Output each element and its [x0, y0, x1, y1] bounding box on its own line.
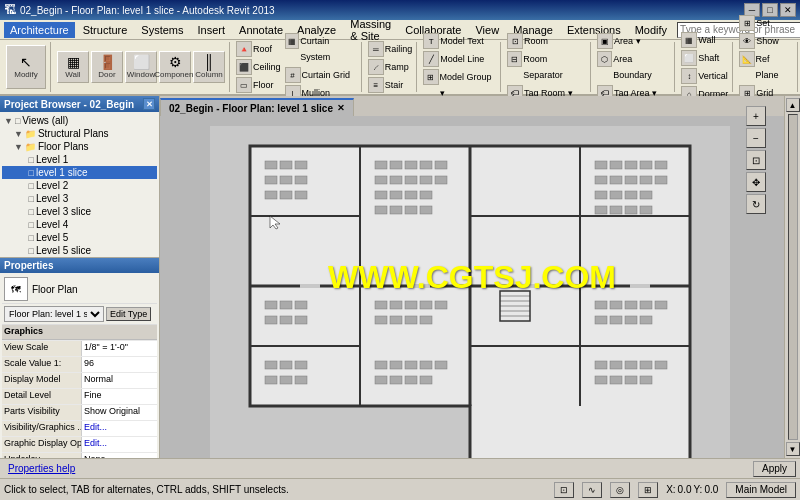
view-tab-active[interactable]: 02_Begin - Floor Plan: level 1 slice ✕: [160, 98, 354, 116]
room-separator-button[interactable]: ⊟: [507, 51, 522, 67]
tree-level5[interactable]: □ Level 5: [2, 231, 157, 244]
wall-button[interactable]: ▦Wall: [57, 51, 89, 83]
model-group-button[interactable]: ⊞: [423, 69, 438, 85]
ramp-button[interactable]: ⟋: [368, 59, 384, 75]
expand-icon[interactable]: [24, 181, 27, 191]
svg-rect-43: [405, 206, 417, 214]
prop-detail-level-value[interactable]: Fine: [82, 389, 157, 404]
prop-type-icon: 🗺: [4, 277, 28, 301]
tree-floor-plans[interactable]: ▼ 📁 Floor Plans: [2, 140, 157, 153]
prop-parts-vis-value[interactable]: Show Original: [82, 405, 157, 420]
area-button[interactable]: ▣: [597, 33, 613, 49]
tree-level3-slice[interactable]: □ Level 3 slice: [2, 205, 157, 218]
expand-icon[interactable]: ▼: [4, 116, 13, 126]
expand-icon[interactable]: [24, 194, 27, 204]
browser-close-button[interactable]: ✕: [143, 98, 155, 110]
model-text-button[interactable]: T: [423, 33, 439, 49]
properties-help-link[interactable]: Properties help: [8, 463, 75, 474]
toolbar-roof-row: 🔺Roof ⬛Ceiling ▭Floor ▦Curtain System #C…: [236, 33, 357, 101]
right-scrollbar[interactable]: ▲ ▼: [784, 96, 800, 458]
area-boundary-button[interactable]: ⬡: [597, 51, 612, 67]
svg-rect-27: [375, 161, 387, 169]
status-icon-3[interactable]: ◎: [610, 482, 630, 498]
expand-icon[interactable]: [24, 220, 27, 230]
prop-display-model-value[interactable]: Normal: [82, 373, 157, 388]
model-line-button[interactable]: ╱: [423, 51, 439, 67]
menu-systems[interactable]: Systems: [135, 22, 189, 38]
stair-button[interactable]: ≡: [368, 77, 384, 93]
prop-underlay-value[interactable]: None: [82, 453, 157, 458]
curtain-grid-button[interactable]: #: [285, 67, 301, 83]
menu-architecture[interactable]: Architecture: [4, 22, 75, 38]
zoom-fit-button[interactable]: ⊡: [746, 150, 766, 170]
expand-icon[interactable]: [24, 155, 27, 165]
prop-visibility-graphics: Visibility/Graphics ... Edit...: [2, 421, 157, 437]
svg-rect-17: [630, 284, 650, 288]
area-boundary-label: Area Boundary: [613, 51, 670, 83]
svg-rect-96: [640, 301, 652, 309]
project-browser-content[interactable]: ▼ □ Views (all) ▼ 📁 Structural Plans ▼ 📁…: [0, 112, 159, 258]
prop-vis-graph-value[interactable]: Edit...: [82, 421, 157, 436]
scroll-up-button[interactable]: ▲: [786, 98, 800, 112]
railing-button[interactable]: ═: [368, 41, 384, 57]
model-text-row: TModel Text: [423, 33, 496, 49]
roof-label: Roof: [253, 41, 272, 57]
tab-close-button[interactable]: ✕: [337, 103, 345, 113]
expand-icon[interactable]: [24, 233, 27, 243]
room-button[interactable]: ⊡: [507, 33, 523, 49]
apply-button[interactable]: Apply: [753, 461, 796, 477]
tree-level2[interactable]: □ Level 2: [2, 179, 157, 192]
tree-level1-slice[interactable]: □ level 1 slice: [2, 166, 157, 179]
expand-icon[interactable]: [24, 207, 27, 217]
expand-icon[interactable]: [24, 168, 27, 178]
prop-scale-value-value[interactable]: 96: [82, 357, 157, 372]
status-icon-1[interactable]: ⊡: [554, 482, 574, 498]
view-icon: □: [29, 246, 34, 256]
component-button[interactable]: ⚙Component: [159, 51, 191, 83]
svg-rect-83: [420, 316, 432, 324]
modify-button[interactable]: ↖ Modify: [6, 45, 46, 89]
prop-graph-disp-value[interactable]: Edit...: [82, 437, 157, 452]
tree-level1[interactable]: □ Level 1: [2, 153, 157, 166]
tree-views-all[interactable]: ▼ □ Views (all): [2, 114, 157, 127]
scroll-down-button[interactable]: ▼: [786, 442, 800, 456]
pan-button[interactable]: ✥: [746, 172, 766, 192]
set-label: Set: [756, 15, 770, 31]
ref-plane-button[interactable]: 📐: [739, 51, 754, 67]
roof-button[interactable]: 🔺: [236, 41, 252, 57]
zoom-out-button[interactable]: −: [746, 128, 766, 148]
column-button[interactable]: ║Column: [193, 51, 225, 83]
status-icon-2[interactable]: ∿: [582, 482, 602, 498]
tree-structural-plans[interactable]: ▼ 📁 Structural Plans: [2, 127, 157, 140]
wall-tool-button[interactable]: ▦: [681, 32, 697, 48]
expand-icon[interactable]: ▼: [14, 129, 23, 139]
orbit-button[interactable]: ↻: [746, 194, 766, 214]
menu-structure[interactable]: Structure: [77, 22, 134, 38]
prop-type-select[interactable]: Floor Plan: level 1 slice: [4, 306, 104, 322]
menu-insert[interactable]: Insert: [192, 22, 232, 38]
vertical-button[interactable]: ↕: [681, 68, 697, 84]
show-button[interactable]: 👁: [739, 33, 755, 49]
set-button[interactable]: ⊞: [739, 15, 755, 31]
shaft-button[interactable]: ⬜: [681, 50, 697, 66]
curtain-system-button[interactable]: ▦: [285, 33, 300, 49]
svg-rect-87: [420, 361, 432, 369]
prop-view-scale-value[interactable]: 1/8" = 1'-0": [82, 341, 157, 356]
tree-level4[interactable]: □ Level 4: [2, 218, 157, 231]
ceiling-button[interactable]: ⬛: [236, 59, 252, 75]
edit-type-button[interactable]: Edit Type: [106, 307, 151, 321]
window-button[interactable]: ⬜Window: [125, 51, 157, 83]
expand-icon[interactable]: ▼: [14, 142, 23, 152]
door-button[interactable]: 🚪Door: [91, 51, 123, 83]
floor-button[interactable]: ▭: [236, 77, 252, 93]
tree-level3[interactable]: □ Level 3: [2, 192, 157, 205]
main-model-button[interactable]: Main Model: [726, 482, 796, 498]
zoom-in-button[interactable]: +: [746, 106, 766, 126]
tree-level5-slice[interactable]: □ Level 5 slice: [2, 244, 157, 257]
scroll-track[interactable]: [788, 114, 798, 440]
svg-rect-77: [405, 301, 417, 309]
expand-icon[interactable]: [24, 246, 27, 256]
svg-rect-64: [280, 301, 292, 309]
drawing-canvas[interactable]: 02_Begin - Floor Plan: level 1 slice ✕: [160, 96, 784, 458]
status-icon-4[interactable]: ⊞: [638, 482, 658, 498]
